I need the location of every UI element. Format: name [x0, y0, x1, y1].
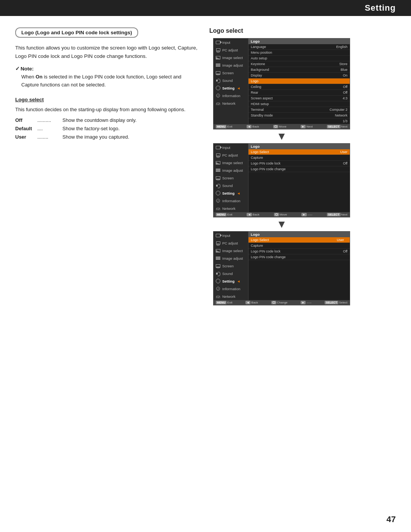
sidebar-imageselect-3: Image select — [213, 247, 248, 254]
osd-row-terminal: TerminalComputer 2 — [249, 107, 350, 113]
osd-sidebar-2: Input PC adjust Image select Image — [213, 144, 249, 212]
right-column: Logo select Input PC adjust — [209, 27, 354, 305]
option-user: User ........ Show the image you capture… — [15, 133, 198, 141]
sidebar-sound-3: Sound — [213, 270, 248, 277]
osd-row-display: DisplayOn — [249, 73, 350, 78]
subsection-intro: This function decides on the starting-up… — [15, 105, 198, 114]
input-icon-3 — [215, 233, 221, 238]
osd-row-capture-3: Capture — [249, 243, 350, 249]
image-adjust-icon-2 — [215, 168, 221, 173]
osd-row-ceiling: CeilingOff — [249, 84, 350, 90]
page-number: 47 — [387, 514, 396, 524]
sidebar-network: Network — [213, 99, 248, 107]
osd-row-language: LanguageEnglish — [249, 44, 350, 50]
info-icon: i — [215, 93, 221, 98]
image-adjust-icon-3 — [215, 256, 221, 261]
sidebar-screen: Screen — [213, 69, 248, 77]
down-arrow-1: ▼ — [276, 129, 287, 143]
right-section-title: Logo select — [209, 27, 354, 34]
sidebar-sound-1: Sound — [213, 77, 248, 84]
osd-row-capture-2: Capture — [249, 155, 350, 161]
sidebar-input-2: Input — [213, 144, 248, 151]
osd-row-autosetup: Auto setup — [249, 56, 350, 61]
screen-icon-3 — [215, 263, 221, 268]
osd-row-logo: Logo — [249, 78, 350, 84]
info-icon-3: i — [215, 286, 221, 291]
sidebar-pcadjust: PC adjust — [213, 46, 248, 54]
section-body-text: This function allows you to customize th… — [15, 44, 198, 60]
section-heading: Logo (Logo and Logo PIN code lock settin… — [15, 27, 138, 38]
sound-icon-2 — [215, 183, 221, 188]
sidebar-network-3: Network — [213, 292, 248, 300]
sidebar-imageadjust-3: Image adjust — [213, 254, 248, 262]
osd-sidebar-3: Input PC adjust Image select Image — [213, 232, 249, 300]
sidebar-imageadjust: Image adjust — [213, 61, 248, 69]
sidebar-input: Input — [213, 38, 248, 46]
pc-icon — [215, 47, 221, 53]
image-select-icon-2 — [215, 160, 221, 165]
osd-row-logoselect-3: Logo Select User ⬡ — [249, 237, 350, 243]
sidebar-screen-3: Screen — [213, 262, 248, 270]
osd-screen-1: Input PC adjust Image select Image — [213, 38, 350, 129]
option-off: Off .......... Show the countdown displa… — [15, 116, 198, 125]
sidebar-screen-2: Screen — [213, 174, 248, 182]
osd-section-header-2: Logo — [249, 144, 350, 149]
left-column: Logo (Logo and Logo PIN code lock settin… — [15, 27, 198, 305]
osd-row-keystone: KeystoneStore — [249, 61, 350, 67]
pc-icon-2 — [215, 152, 221, 158]
osd-footer-3: MENUExit ◄Back ⬡Change ►----- SELECTSele… — [213, 300, 350, 305]
osd-row-pinchange-3: Logo PIN code change — [249, 254, 350, 260]
osd-row-pinlock-2: Logo PIN code lockOff — [249, 161, 350, 166]
page-header: Setting — [0, 0, 411, 16]
network-icon-3 — [215, 294, 221, 299]
osd-main-2: Logo Logo SelectUser Capture Logo PIN co… — [249, 144, 350, 212]
input-icon-2 — [215, 145, 221, 150]
osd-screen-2: Input PC adjust Image select Image — [213, 143, 350, 217]
osd-row-rear: RearOff — [249, 90, 350, 96]
subsection-title: Logo select — [15, 97, 198, 102]
sidebar-info-3: i Information — [213, 285, 248, 292]
setting-icon-3 — [215, 278, 221, 284]
input-icon — [215, 40, 221, 45]
down-arrow-2: ▼ — [276, 217, 287, 231]
osd-footer-1: MENUExit ◄Back ⬡Move ►Next SELECTNext — [213, 124, 350, 129]
network-icon-2 — [215, 206, 221, 211]
osd-row-background: BackgroundBlue — [249, 67, 350, 73]
sidebar-pcadjust-2: PC adjust — [213, 151, 248, 159]
osd-main-3: Logo Logo Select User ⬡ Capture Logo PIN… — [249, 232, 350, 300]
sidebar-imageselect-2: Image select — [213, 159, 248, 166]
sidebar-setting-3: Setting ◄ — [213, 277, 248, 285]
osd-screen-3: Input PC adjust Image select Image — [213, 231, 350, 305]
setting-icon-2 — [215, 190, 221, 196]
osd-row-logoselect-2: Logo SelectUser — [249, 149, 350, 155]
osd-row-menupos: Menu position — [249, 50, 350, 56]
osd-wrapper: Input PC adjust Image select Image — [209, 38, 354, 305]
osd-section-header-1: Logo — [249, 38, 350, 44]
screen-icon-2 — [215, 175, 221, 181]
info-icon-2: i — [215, 198, 221, 203]
osd-row-standby: Standby modeNetwork — [249, 113, 350, 118]
osd-main-1: Logo LanguageEnglish Menu position Auto … — [249, 38, 350, 124]
osd-row-pinchange-2: Logo PIN code change — [249, 166, 350, 172]
note-label: Note: — [15, 66, 198, 72]
osd-row-pinlock-3: Logo PIN code lockOff — [249, 249, 350, 254]
option-default: Default .... Show the factory-set logo. — [15, 125, 198, 133]
sound-icon — [215, 78, 221, 83]
pc-icon-3 — [215, 240, 221, 246]
osd-row-hdmi: HDMI setup — [249, 101, 350, 107]
note-text: When On is selected in the Logo PIN code… — [21, 73, 198, 89]
setting-icon — [215, 85, 221, 91]
sidebar-pcadjust-3: PC adjust — [213, 239, 248, 247]
sidebar-setting-2: Setting ◄ — [213, 189, 248, 197]
subsection-body: This function decides on the starting-up… — [15, 105, 198, 141]
image-select-icon-3 — [215, 248, 221, 253]
osd-section-header-3: Logo — [249, 232, 350, 237]
sidebar-info-2: i Information — [213, 197, 248, 204]
sidebar-sound-2: Sound — [213, 182, 248, 189]
sidebar-imageselect: Image select — [213, 54, 248, 61]
sidebar-imageadjust-2: Image adjust — [213, 166, 248, 174]
image-adjust-icon — [215, 62, 221, 68]
sidebar-info: i Information — [213, 92, 248, 99]
sidebar-network-2: Network — [213, 204, 248, 212]
sidebar-input-3: Input — [213, 232, 248, 239]
